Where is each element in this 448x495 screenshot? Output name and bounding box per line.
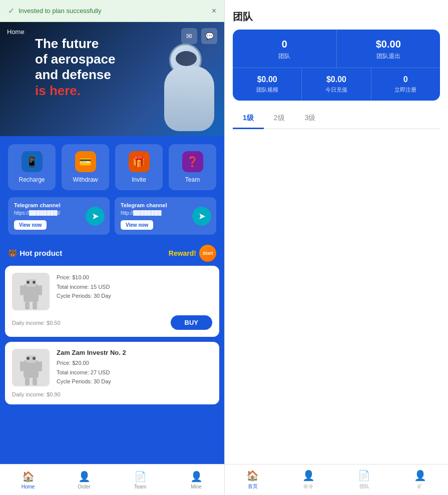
hero-title-red: is here. <box>35 83 81 98</box>
mine-nav-label: Mine <box>191 484 202 489</box>
withdraw-label: Withdraw <box>73 176 98 183</box>
hot-product-header: 🐻 Hot product Reward! Start <box>0 241 224 266</box>
product-thumb-1 <box>12 273 50 310</box>
quick-actions: 📱 Recharge 💳 Withdraw 🎁 Invite ❓ Team <box>0 136 224 194</box>
invite-button[interactable]: 🎁 Invite <box>115 144 163 190</box>
mine-right-label: 矿 <box>417 483 422 490</box>
order-right-label: 命令 <box>303 483 313 490</box>
nav-mine-left[interactable]: 👤 Mine <box>168 464 224 495</box>
product-card-2: Zam Zam Investr No. 2 Price: $20.00 Tota… <box>5 342 219 404</box>
svg-point-11 <box>33 357 36 360</box>
start-label: Start <box>203 251 213 256</box>
stat-team-scale-label: 团队规模 <box>238 86 296 94</box>
telegram-row: Telegram channel https://████████t/ View… <box>0 194 224 241</box>
start-circle-button[interactable]: Start <box>199 245 216 262</box>
svg-rect-8 <box>24 360 39 378</box>
recharge-label: Recharge <box>19 176 45 183</box>
stats-box: 0 团队 $0.00 团队退出 $0.00 团队规模 $0.00 今日充值 0 … <box>233 30 440 101</box>
stat-team-exit-value: $0.00 <box>342 39 435 50</box>
tab-level-2[interactable]: 2级 <box>264 109 295 129</box>
svg-rect-7 <box>33 302 37 309</box>
telegram-icon-2: ➤ <box>192 207 211 226</box>
home-nav-icon: 🏠 <box>22 470 35 482</box>
nav-order-right[interactable]: 👤 命令 <box>281 464 337 495</box>
astronaut-body <box>164 66 214 131</box>
hero-home-label: Home <box>7 28 25 36</box>
product-price-2: Price: $20.00 <box>57 358 212 368</box>
tg-view-btn-2[interactable]: View now <box>121 220 153 230</box>
daily-income-1: Daily income: $0.50 <box>12 320 61 326</box>
hot-product-title: 🐻 Hot product <box>8 249 62 258</box>
product-list: Price: $10.00 Total income: 15 USD Cycle… <box>0 266 224 436</box>
success-toast: ✓ Invested to plan successfully × <box>0 0 224 22</box>
svg-rect-14 <box>25 378 30 385</box>
stat-team-count-value: 0 <box>238 39 331 50</box>
toast-left: ✓ Invested to plan successfully <box>8 6 101 16</box>
stat-team-exit: $0.00 团队退出 <box>336 30 440 68</box>
withdraw-button[interactable]: 💳 Withdraw <box>62 144 109 190</box>
team-button[interactable]: ❓ Team <box>169 144 216 190</box>
order-nav-label: Order <box>78 484 91 489</box>
product-cycle-2: Cycle Periods: 30 Day <box>57 377 212 386</box>
team-right-icon: 📄 <box>358 469 370 481</box>
hero-title: The future of aerospace and defense is h… <box>35 36 115 99</box>
recharge-button[interactable]: 📱 Recharge <box>8 144 56 190</box>
mine-nav-icon: 👤 <box>190 470 203 482</box>
team-nav-icon: 📄 <box>134 470 147 482</box>
stat-instant-register-label: 立即注册 <box>376 86 435 94</box>
svg-point-2 <box>27 281 30 284</box>
team-label: Team <box>185 176 200 183</box>
product-thumb-2 <box>12 349 50 386</box>
bottom-nav-right: 🏠 首页 👤 命令 📄 团队 👤 矿 <box>225 464 448 495</box>
left-panel: ✓ Invested to plan successfully × Home T… <box>0 0 224 495</box>
hero-title-line3: and defense <box>35 67 111 82</box>
svg-rect-4 <box>20 285 24 295</box>
nav-team-left[interactable]: 📄 Team <box>112 464 168 495</box>
tab-level-1[interactable]: 1级 <box>233 109 264 129</box>
nav-order-left[interactable]: 👤 Order <box>56 464 112 495</box>
invite-label: Invite <box>132 176 146 183</box>
product-total-2: Total income: 27 USD <box>57 368 212 377</box>
nav-team-right[interactable]: 📄 团队 <box>336 464 392 495</box>
telegram-card-1: Telegram channel https://████████t/ View… <box>8 197 110 235</box>
check-icon: ✓ <box>8 6 15 16</box>
buy-button-1[interactable]: BUY <box>171 315 212 330</box>
product-info-1: Price: $10.00 Total income: 15 USD Cycle… <box>57 273 212 310</box>
reward-button[interactable]: Reward! Start <box>169 245 216 262</box>
telegram-card-2: Telegram channel http://████████ View no… <box>115 197 216 235</box>
right-panel-title: 团队 <box>233 11 253 22</box>
nav-home-right[interactable]: 🏠 首页 <box>225 464 281 495</box>
stat-team-scale: $0.00 团队规模 <box>233 68 301 101</box>
hero-title-line2: of aerospace <box>35 52 115 67</box>
svg-point-3 <box>33 281 36 284</box>
product-price-1: Price: $10.00 <box>57 273 212 282</box>
product-total-1: Total income: 15 USD <box>57 282 212 292</box>
svg-rect-12 <box>20 361 24 371</box>
telegram-icon-1: ➤ <box>86 207 105 226</box>
order-nav-icon: 👤 <box>78 470 91 482</box>
stats-top: 0 团队 $0.00 团队退出 <box>233 30 440 68</box>
toast-close-button[interactable]: × <box>212 7 216 16</box>
daily-income-2: Daily income: $0.90 <box>12 391 61 397</box>
product-cycle-1: Cycle Periods: 30 Day <box>57 291 212 301</box>
reward-label: Reward! <box>169 249 196 257</box>
team-nav-label: Team <box>134 484 146 489</box>
svg-rect-5 <box>39 285 42 295</box>
tab-level-3[interactable]: 3级 <box>295 109 326 129</box>
stat-instant-register-value: 0 <box>376 75 435 84</box>
product-name-2: Zam Zam Investr No. 2 <box>57 349 212 356</box>
right-content-area <box>225 129 448 464</box>
product-footer-2: Daily income: $0.90 <box>12 391 212 397</box>
nav-home-left[interactable]: 🏠 Home <box>0 464 56 495</box>
stat-today-recharge-value: $0.00 <box>307 75 365 84</box>
home-nav-label: Home <box>22 484 35 489</box>
svg-point-10 <box>27 357 30 360</box>
team-icon: ❓ <box>182 151 203 172</box>
stat-today-recharge: $0.00 今日充值 <box>301 68 370 101</box>
tg-view-btn-1[interactable]: View now <box>14 220 47 230</box>
nav-mine-right[interactable]: 👤 矿 <box>392 464 449 495</box>
hero-banner: Home The future of aerospace and defense… <box>0 21 224 136</box>
stats-bottom: $0.00 团队规模 $0.00 今日充值 0 立即注册 <box>233 68 440 101</box>
product-footer-1: Daily income: $0.50 BUY <box>12 315 212 330</box>
toast-message: Invested to plan successfully <box>19 7 101 15</box>
